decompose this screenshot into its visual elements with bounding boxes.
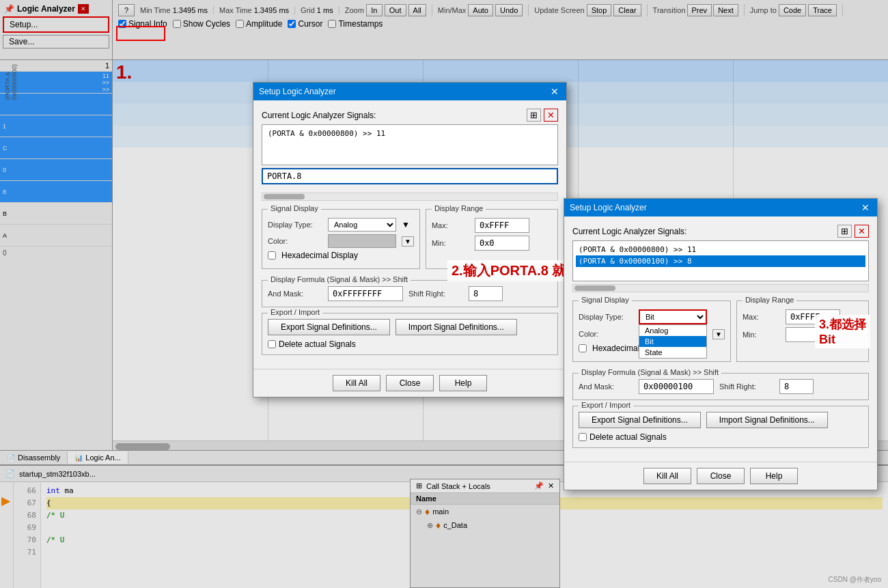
dialog-2-delete-label: Delete actual Signals: [589, 432, 667, 442]
dialog-1-signals-list[interactable]: (PORTA & 0x00000800) >> 11: [262, 124, 558, 165]
dialog-2-footer: Kill All Close Help: [564, 462, 877, 490]
dialog-1-content: Current Logic Analyzer Signals: ⊞ ✕ (POR…: [253, 100, 566, 369]
dialog-1-close-button[interactable]: ✕: [549, 85, 561, 98]
dialog-2-formula-legend: Display Formula (Signal & Mask) >> Shift: [579, 368, 721, 376]
dialog-2-andmask-label: And Mask:: [579, 382, 633, 391]
dialog-1-hex-checkbox[interactable]: [268, 251, 276, 260]
dialog-2-export-btn[interactable]: Export Signal Definitions...: [579, 412, 701, 428]
dialog-2-close-button[interactable]: ✕: [859, 201, 872, 214]
dialog-1-signals-label: Current Logic Analyzer Signals:: [262, 111, 376, 120]
dialog-2-close-btn[interactable]: Close: [697, 468, 745, 484]
dialog-1-color-label: Color:: [268, 237, 322, 245]
dialog-2-signal-entry-1[interactable]: (PORTA & 0x00000800) >> 11: [576, 244, 865, 255]
dialog-2-signal-display: Signal Display Display Type: Analog Bit …: [572, 300, 731, 362]
dialog-2-type-label: Display Type:: [579, 313, 633, 321]
dialog-2-hscroll-thumb[interactable]: [574, 285, 615, 291]
dialog-1-import-btn[interactable]: Import Signal Definitions...: [396, 319, 517, 335]
dialog-2-content: Current Logic Analyzer Signals: ⊞ ✕ (POR…: [564, 216, 877, 462]
annotation-step3: 3.都选择Bit: [815, 315, 870, 348]
dialog-1-max-input[interactable]: [475, 218, 529, 233]
dropdown-analog[interactable]: Analog: [639, 325, 706, 336]
dialog-2-type-select[interactable]: Analog Bit State: [639, 309, 707, 324]
dialog-2-signal-display-legend: Signal Display: [579, 296, 632, 304]
dialog-1-shiftright-input[interactable]: [469, 286, 503, 301]
dialog-1-formula: Display Formula (Signal & Mask) >> Shift…: [262, 280, 558, 307]
dialog-1-killall-btn[interactable]: Kill All: [333, 375, 380, 391]
dialog-1-type-dropdown-icon: ▼: [402, 220, 410, 229]
dialog-1-delete-checkbox[interactable]: [268, 340, 276, 348]
dialog-2-titlebar: Setup Logic Analyzer ✕: [564, 199, 877, 216]
dialog-2-signal-entry-2[interactable]: (PORTA & 0x00000100) >> 8: [576, 255, 865, 267]
dialog-1-type-label: Display Type:: [268, 221, 322, 229]
dialog-1-close-btn[interactable]: Close: [386, 375, 434, 391]
dialog-2-hscroll[interactable]: [572, 284, 869, 292]
dialog-1-footer: Kill All Close Help: [253, 369, 566, 397]
dialog-2-signals-list[interactable]: (PORTA & 0x00000800) >> 11 (PORTA & 0x00…: [572, 240, 869, 281]
dialog-1-signal-display-legend: Signal Display: [268, 204, 321, 212]
dialog-1-range-legend: Display Range: [432, 204, 486, 212]
dialog-1-type-select[interactable]: Analog Bit State: [328, 218, 396, 232]
dialog-1-color-dropdown-btn[interactable]: ▼: [402, 236, 414, 247]
dialog-1-max-label: Max:: [432, 221, 469, 229]
dialog-2-export-import: Export / Import Export Signal Definition…: [572, 406, 869, 448]
dialog-2-copy-icon[interactable]: ⊞: [837, 225, 852, 238]
dialog-1-export-import: Export / Import Export Signal Definition…: [262, 313, 558, 355]
dialog-1-shiftright-label: Shift Right:: [408, 290, 463, 298]
dialog-2-range-legend: Display Range: [743, 296, 797, 304]
dialog-2-andmask-input[interactable]: [639, 379, 714, 394]
dialog-2-delete-icon[interactable]: ✕: [855, 225, 869, 238]
dialog-1-export-btn[interactable]: Export Signal Definitions...: [268, 319, 390, 335]
dialog-2-title: Setup Logic Analyzer: [570, 203, 647, 212]
dialog-1-signal-display: Signal Display Display Type: Analog Bit …: [262, 209, 420, 269]
dialog-2-delete-checkbox[interactable]: [579, 433, 587, 441]
dialog-1-title: Setup Logic Analyzer: [259, 87, 336, 96]
dialog-1-delete-icon[interactable]: ✕: [544, 109, 558, 122]
dialog-1-copy-icon[interactable]: ⊞: [527, 109, 541, 122]
dialog-2-max-label: Max:: [743, 313, 780, 321]
dialog-1-signal-entry-1[interactable]: (PORTA & 0x00000800) >> 11: [265, 128, 555, 139]
watermark: CSDN @作者yoo: [829, 575, 881, 585]
dialog-2-shiftright-input[interactable]: [779, 379, 814, 394]
dialog-2-dropdown-list[interactable]: Analog Bit State: [639, 324, 707, 359]
dialog-1-min-label: Min:: [432, 239, 469, 247]
dialog-setup-2: Setup Logic Analyzer ✕ Current Logic Ana…: [564, 198, 878, 490]
dialog-setup-1: Setup Logic Analyzer ✕ Current Logic Ana…: [253, 82, 567, 397]
dialog-2-signals-label: Current Logic Analyzer Signals:: [572, 227, 686, 236]
dialog-1-formula-legend: Display Formula (Signal & Mask) >> Shift: [268, 275, 411, 283]
dropdown-state[interactable]: State: [639, 347, 706, 358]
dialog-2-help-btn[interactable]: Help: [750, 468, 798, 484]
dialog-2-import-btn[interactable]: Import Signal Definitions...: [706, 412, 828, 428]
dialog-2-hex-checkbox[interactable]: [579, 344, 587, 352]
dialog-1-andmask-label: And Mask:: [268, 290, 322, 298]
dropdown-bit[interactable]: Bit: [639, 336, 706, 347]
dialog-1-titlebar: Setup Logic Analyzer ✕: [253, 83, 566, 100]
dialog-2-color-label: Color:: [579, 330, 633, 338]
dialog-1-hscroll[interactable]: [262, 193, 558, 201]
dialog-2-shiftright-label: Shift Right:: [719, 382, 774, 391]
dialog-1-min-input[interactable]: [475, 236, 529, 251]
dialog-1-hex-label: Hexadecimal Display: [281, 251, 358, 260]
dialog-1-export-legend: Export / Import: [268, 308, 322, 316]
dialog-2-min-label: Min:: [743, 331, 780, 339]
dialog-1-signal-input[interactable]: [262, 168, 558, 184]
dialog-1-help-btn[interactable]: Help: [439, 375, 487, 391]
dialog-2-formula: Display Formula (Signal & Mask) >> Shift…: [572, 373, 869, 400]
dialog-2-color-dropdown-btn[interactable]: ▼: [712, 329, 725, 339]
dialog-2-killall-btn[interactable]: Kill All: [643, 468, 691, 484]
dialog-1-delete-label: Delete actual Signals: [279, 339, 356, 349]
dialog-1-hscroll-thumb[interactable]: [264, 194, 305, 199]
dialog-2-export-legend: Export / Import: [579, 401, 633, 409]
dialog-1-color-swatch: [328, 234, 396, 248]
dialog-1-andmask-input[interactable]: [328, 286, 403, 301]
